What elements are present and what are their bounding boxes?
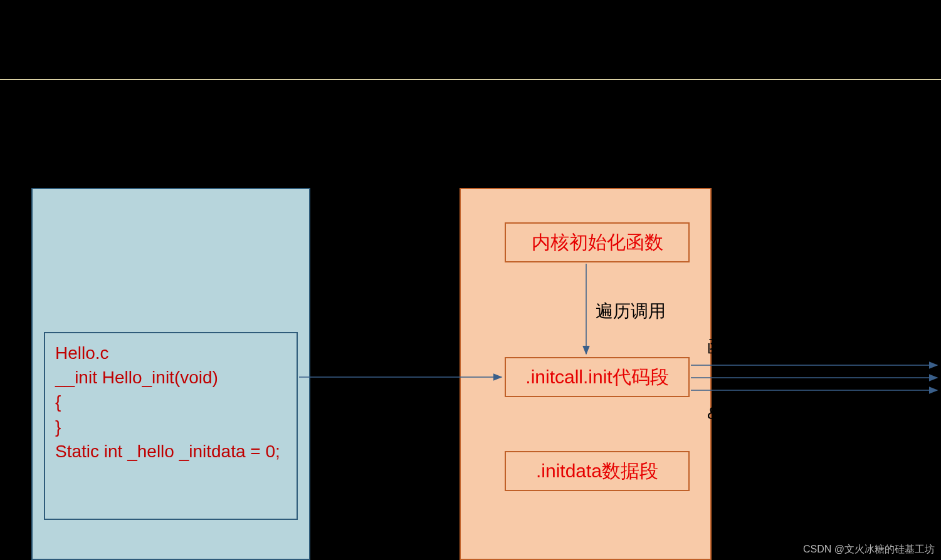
code-line-2: __init Hello_init(void) [55,365,287,390]
func-label: 函数 [707,335,742,359]
code-box: Hello.c __init Hello_init(void) { } Stat… [44,332,298,520]
initcall-box: .initcall.init代码段 [505,357,690,397]
kernel-init-label: 内核初始化函数 [532,230,663,256]
horizontal-rule [0,79,941,80]
initcall-label: .initcall.init代码段 [525,365,668,390]
code-line-1: Hello.c [55,341,287,365]
code-line-6: Static int _hello _initdata = 0; [55,439,287,464]
code-line-3: { [55,390,287,414]
hello-ref-label: &he [707,403,739,423]
watermark: CSDN @文火冰糖的硅基工坊 [803,543,935,556]
code-line-4: } [55,415,287,439]
traverse-label: 遍历调用 [596,299,666,323]
kernel-init-box: 内核初始化函数 [505,222,690,262]
initdata-box: .initdata数据段 [505,451,690,491]
initdata-label: .initdata数据段 [536,459,658,484]
